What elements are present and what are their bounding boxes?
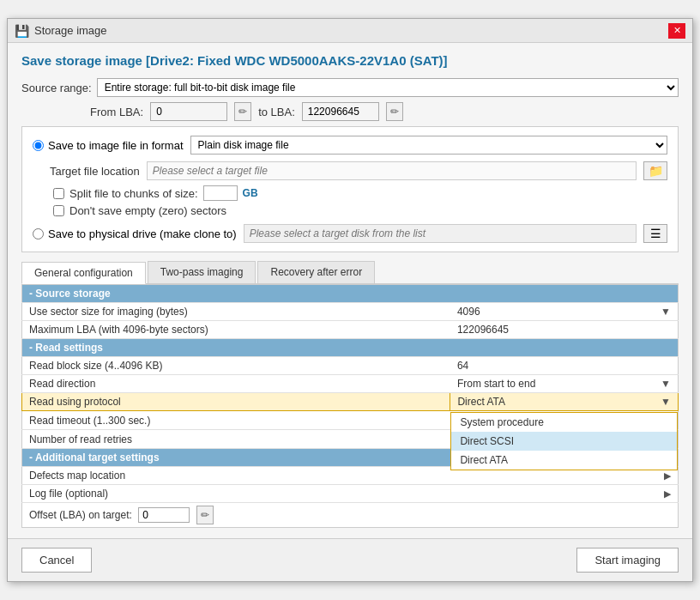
lba-row: From LBA: ✏ to LBA: ✏ xyxy=(21,102,679,121)
from-lba-input[interactable] xyxy=(150,102,227,121)
gb-label: GB xyxy=(243,187,258,199)
chunk-size-input[interactable] xyxy=(203,185,238,201)
to-lba-edit-button[interactable]: ✏ xyxy=(386,102,403,121)
log-file-arrow[interactable]: ▶ xyxy=(664,488,671,499)
read-direction-cell: From start to end ▼ xyxy=(450,375,679,393)
table-row: Use sector size for imaging (bytes) 4096… xyxy=(22,303,679,321)
offset-label: Offset (LBA) on target: xyxy=(29,509,132,521)
to-lba-input[interactable] xyxy=(302,102,379,121)
target-disk-list-button[interactable]: ☰ xyxy=(643,224,667,243)
from-lba-edit-button[interactable]: ✏ xyxy=(234,102,251,121)
dont-save-empty-label: Don't save empty (zero) sectors xyxy=(69,204,226,217)
save-to-image-radio-label[interactable]: Save to image file in format xyxy=(33,139,184,152)
save-options-box: Save to image file in format Plain disk … xyxy=(21,126,679,252)
sector-size-cell: 4096 ▼ xyxy=(450,303,679,321)
target-disk-input[interactable] xyxy=(244,224,637,243)
table-row: Maximum LBA (with 4096-byte sectors) 122… xyxy=(22,321,679,339)
offset-row: Offset (LBA) on target: ✏ xyxy=(22,503,679,528)
table-row: Read direction From start to end ▼ xyxy=(22,375,679,393)
tabs-bar: General configuration Two-pass imaging R… xyxy=(21,261,679,284)
close-button[interactable]: ✕ xyxy=(668,23,685,39)
source-range-row: Source range: Entire storage: full bit-t… xyxy=(21,78,679,97)
format-dropdown[interactable]: Plain disk image file xyxy=(190,136,667,155)
save-to-image-radio[interactable] xyxy=(33,140,44,151)
read-direction-dropdown-arrow[interactable]: ▼ xyxy=(661,378,671,390)
tab-recovery-after-error[interactable]: Recovery after error xyxy=(257,261,375,283)
tab-two-pass-imaging[interactable]: Two-pass imaging xyxy=(148,261,256,283)
target-file-input[interactable] xyxy=(147,161,637,180)
save-to-image-row: Save to image file in format Plain disk … xyxy=(33,136,667,155)
main-content: Save storage image [Drive2: Fixed WDC WD… xyxy=(8,43,692,538)
source-range-label: Source range: xyxy=(21,82,92,94)
read-protocol-row: Read using protocol Direct ATA ▼ System … xyxy=(22,393,679,411)
offset-edit-button[interactable]: ✏ xyxy=(196,506,214,524)
save-to-drive-row: Save to physical drive (make clone to) ☰ xyxy=(33,224,667,243)
offset-input[interactable] xyxy=(138,507,190,523)
browse-folder-button[interactable]: 📁 xyxy=(643,161,667,180)
protocol-option-scsi[interactable]: Direct SCSI xyxy=(451,432,677,451)
target-file-label: Target file location xyxy=(50,165,140,178)
table-row: Read block size (4..4096 KB) 64 xyxy=(22,357,679,375)
protocol-dropdown-menu: System procedure Direct SCSI Direct ATA xyxy=(450,412,678,470)
protocol-option-system[interactable]: System procedure xyxy=(451,413,677,432)
dont-save-empty-checkbox[interactable] xyxy=(53,205,64,216)
defects-map-arrow[interactable]: ▶ xyxy=(664,470,671,481)
split-file-label: Split file to chunks of size: xyxy=(69,187,198,200)
window-heading: Save storage image [Drive2: Fixed WDC WD… xyxy=(21,53,679,68)
protocol-option-ata[interactable]: Direct ATA xyxy=(451,451,677,470)
save-to-drive-radio-label[interactable]: Save to physical drive (make clone to) xyxy=(33,227,237,240)
split-file-row: Split file to chunks of size: GB xyxy=(33,185,667,201)
app-icon: 💾 xyxy=(15,24,29,38)
start-imaging-button[interactable]: Start imaging xyxy=(576,548,679,573)
cancel-button[interactable]: Cancel xyxy=(21,548,92,573)
save-to-image-label: Save to image file in format xyxy=(48,139,184,152)
title-bar-left: 💾 Storage image xyxy=(15,24,107,38)
config-table: - Source storage Use sector size for ima… xyxy=(21,284,679,528)
main-window: 💾 Storage image ✕ Save storage image [Dr… xyxy=(7,18,693,582)
dont-save-empty-row: Don't save empty (zero) sectors xyxy=(33,204,667,217)
title-bar: 💾 Storage image ✕ xyxy=(8,19,692,43)
save-to-drive-radio[interactable] xyxy=(33,228,44,239)
read-protocol-dropdown-arrow[interactable]: ▼ xyxy=(661,396,671,408)
table-row: Log file (optional) ▶ xyxy=(22,485,679,503)
bottom-buttons: Cancel Start imaging xyxy=(8,538,692,581)
save-to-drive-label: Save to physical drive (make clone to) xyxy=(48,227,237,240)
split-file-checkbox[interactable] xyxy=(53,188,64,199)
from-lba-label: From LBA: xyxy=(90,106,143,118)
tab-general-configuration[interactable]: General configuration xyxy=(21,262,146,284)
source-storage-header: - Source storage xyxy=(22,285,679,303)
read-protocol-cell: Direct ATA ▼ System procedure Direct SCS… xyxy=(450,393,679,411)
target-file-row: Target file location 📁 xyxy=(33,161,667,180)
read-settings-header: - Read settings xyxy=(22,339,679,357)
source-range-dropdown[interactable]: Entire storage: full bit-to-bit disk ima… xyxy=(97,78,679,97)
to-lba-label: to LBA: xyxy=(258,106,295,118)
sector-size-dropdown-arrow[interactable]: ▼ xyxy=(661,306,671,318)
title-bar-title: Storage image xyxy=(34,24,107,37)
